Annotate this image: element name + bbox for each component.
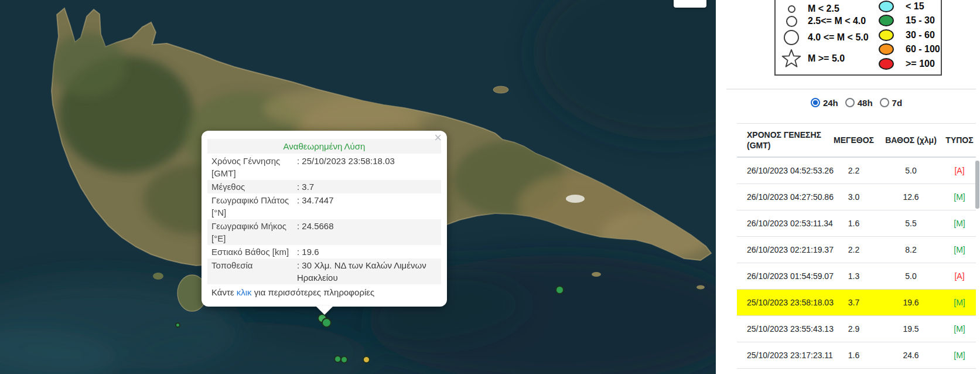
type-badge: [M] — [954, 298, 965, 307]
popup-row-value: : 25/10/2023 23:58:18.03 — [295, 155, 441, 179]
popup-title: Αναθεωρημένη Λύση — [207, 139, 441, 154]
popup-row-value: : 19.6 — [295, 246, 441, 258]
legend-depth-item: 15 - 30 — [874, 12, 935, 29]
popup-row-value: : 30 Χλμ. ΝΔ των Καλών Λιμένων Ηρακλείου — [295, 259, 441, 284]
cell-depth: 5.0 — [879, 263, 943, 290]
time-filter: 24h48h7d — [737, 94, 976, 111]
popup-row-label: Εστιακό Βάθος [km] — [207, 246, 295, 258]
earthquake-popup: × Αναθεωρημένη Λύση Χρόνος Γέννησης [GMT… — [202, 131, 447, 307]
footer-text: Κάντε — [211, 287, 237, 297]
legend-label: 2.5<= M < 4.0 — [808, 16, 866, 26]
type-badge: [M] — [954, 192, 965, 202]
type-badge: [A] — [954, 166, 964, 175]
depth-circle-icon-wrap — [874, 29, 899, 41]
table-row[interactable]: 26/10/2023 04:27:50.863.012.6[M] — [737, 184, 976, 210]
close-icon[interactable]: × — [434, 131, 442, 144]
radio-label: 24h — [823, 98, 838, 108]
divider — [726, 89, 976, 90]
popup-tail — [316, 306, 333, 315]
cell-time: 26/10/2023 02:21:19.37 — [737, 237, 829, 263]
radio-48h[interactable]: 48h — [845, 98, 873, 108]
magnitude-circle-icon — [786, 16, 797, 27]
popup-row: Γεωγραφικό Μήκος [°E]: 24.5668 — [207, 219, 441, 245]
depth-circle-icon-wrap — [874, 1, 899, 12]
cell-time: 26/10/2023 02:53:11.34 — [737, 210, 829, 237]
cell-type: [M] — [943, 316, 976, 342]
more-info-link[interactable]: κλικ — [237, 287, 252, 297]
column-header: ΤΥΠΟΣ — [943, 124, 976, 158]
footer-text: για περισσότερες πληροφορίες — [252, 287, 375, 297]
popup-row-value: : 34.7447 — [295, 194, 441, 219]
depth-circle-icon — [879, 15, 894, 26]
earthquake-marker[interactable] — [322, 318, 332, 328]
type-badge: [M] — [954, 351, 965, 360]
cell-magnitude: 2.2 — [829, 157, 879, 184]
map-control-button[interactable] — [674, 0, 706, 8]
depth-circle-icon — [879, 58, 894, 70]
radio-label: 7d — [892, 98, 903, 108]
table-row[interactable]: 25/10/2023 23:58:18.033.719.6[M] — [737, 290, 976, 316]
table-row[interactable]: 26/10/2023 02:21:19.372.28.2[M] — [737, 237, 976, 263]
popup-row: Μέγεθος: 3.7 — [207, 180, 441, 193]
cell-depth: 12.6 — [879, 184, 943, 210]
magnitude-circle-icon — [779, 16, 804, 27]
table-header-row: ΧΡΟΝΟΣ ΓΕΝΕΣΗΣ (GMT)ΜΕΓΕΘΟΣΒΑΘΟΣ (χλμ)ΤΥ… — [737, 124, 976, 158]
magnitude-circle-icon — [779, 5, 804, 13]
cell-type: [M] — [943, 210, 976, 237]
table-row[interactable]: 26/10/2023 04:52:53.262.25.0[A] — [737, 157, 976, 184]
depth-circle-icon — [879, 43, 894, 55]
star-icon-wrap — [779, 49, 804, 68]
depth-circle-icon — [879, 29, 894, 41]
table-row[interactable]: 26/10/2023 02:53:11.341.65.5[M] — [737, 210, 976, 237]
star-icon — [781, 49, 801, 68]
cell-magnitude: 1.6 — [829, 210, 879, 237]
legend-magnitude-item: M >= 5.0 — [779, 50, 845, 67]
popup-row-value: : 24.5668 — [295, 220, 441, 244]
column-header: ΜΕΓΕΘΟΣ — [829, 124, 879, 158]
legend-label: 30 - 60 — [906, 30, 935, 40]
legend-magnitude-item: 4.0 <= M < 5.0 — [779, 29, 869, 46]
cell-magnitude: 2.2 — [829, 237, 879, 263]
earthquake-marker[interactable] — [555, 285, 564, 294]
cell-depth: 24.6 — [879, 342, 943, 369]
cell-type: [M] — [943, 237, 976, 263]
radio-label: 48h — [858, 98, 873, 108]
legend-label: 60 - 100 — [906, 44, 940, 55]
cell-time: 25/10/2023 23:17:23.11 — [737, 342, 829, 369]
type-badge: [M] — [954, 219, 965, 228]
cell-time: 26/10/2023 01:54:59.07 — [737, 263, 829, 290]
cell-magnitude: 1.6 — [829, 342, 879, 369]
satellite-map[interactable]: × Αναθεωρημένη Λύση Χρόνος Γέννησης [GMT… — [0, 0, 716, 374]
table-row[interactable]: 25/10/2023 23:55:43.132.919.5[M] — [737, 316, 976, 342]
legend-label: 4.0 <= M < 5.0 — [808, 32, 869, 43]
cell-time: 25/10/2023 23:55:43.13 — [737, 316, 829, 342]
table-row[interactable]: 26/10/2023 01:54:59.071.35.0[A] — [737, 263, 976, 290]
cell-magnitude: 3.0 — [829, 184, 879, 210]
table-row[interactable]: 25/10/2023 23:17:23.111.624.6[M] — [737, 342, 976, 369]
cell-depth: 19.5 — [879, 316, 943, 342]
cell-type: [M] — [943, 342, 976, 369]
magnitude-circle-icon — [788, 5, 795, 13]
legend-depth-item: >= 100 — [874, 56, 935, 72]
type-badge: [M] — [954, 245, 965, 254]
earthquake-marker[interactable] — [363, 356, 370, 363]
cell-type: [M] — [943, 184, 976, 210]
scrollbar[interactable] — [975, 161, 979, 209]
side-panel: M < 2.52.5<= M < 4.04.0 <= M < 5.0M >= 5… — [716, 0, 980, 374]
cell-type: [A] — [943, 263, 976, 290]
cell-magnitude: 2.9 — [829, 316, 879, 342]
popup-row-label: Μέγεθος — [207, 181, 295, 193]
popup-row-value: : 3.7 — [295, 181, 441, 193]
radio-7d[interactable]: 7d — [880, 98, 903, 108]
cell-depth: 5.5 — [879, 210, 943, 237]
popup-row-label: Γεωγραφικό Πλάτος [°N] — [207, 194, 295, 219]
magnitude-circle-icon — [779, 30, 804, 45]
earthquake-marker[interactable] — [340, 356, 348, 363]
earthquake-monitor-page: × Αναθεωρημένη Λύση Χρόνος Γέννησης [GMT… — [0, 0, 980, 374]
popup-row: Χρόνος Γέννησης [GMT]: 25/10/2023 23:58:… — [207, 154, 441, 180]
radio-icon — [845, 98, 855, 107]
column-header: ΒΑΘΟΣ (χλμ) — [879, 124, 943, 158]
cell-time: 26/10/2023 04:27:50.86 — [737, 184, 829, 210]
radio-24h[interactable]: 24h — [811, 98, 838, 108]
earthquake-marker[interactable] — [175, 322, 180, 328]
